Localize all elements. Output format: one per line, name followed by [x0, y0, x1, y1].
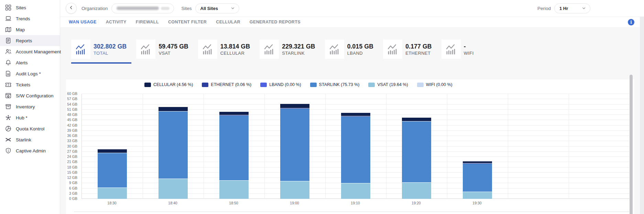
- sidebar-item-label: Starlink: [16, 137, 31, 142]
- legend-swatch: [368, 83, 375, 87]
- tab-activity[interactable]: ACTIVITY: [106, 20, 127, 24]
- legend-item-cellular[interactable]: CELLULAR (4.56 %): [144, 82, 193, 87]
- info-icon[interactable]: i: [628, 19, 634, 25]
- y-tick-label: 27 GB: [64, 149, 77, 153]
- account-management-icon: [5, 49, 11, 55]
- main-content: 302.802 GBTOTAL59.475 GBVSAT13.814 GBCEL…: [60, 27, 644, 214]
- sidebar-item-label: S/W Configuration: [16, 93, 54, 98]
- sidebar-item-reports[interactable]: Reports: [0, 35, 60, 46]
- stat-card-total[interactable]: 302.802 GBTOTAL: [71, 40, 131, 64]
- stat-card-value: 13.814 GB: [220, 43, 250, 50]
- stat-card-active-underline: [198, 62, 255, 64]
- bar-segment-vsat: [341, 183, 370, 199]
- legend-label: WIFI (0.00 %): [426, 82, 452, 87]
- stat-card-value: 0.177 GB: [405, 43, 432, 50]
- legend-item-starlink[interactable]: STARLINK (75.73 %): [310, 82, 360, 87]
- bar-segment-cellular: [219, 112, 249, 115]
- sites-icon: [5, 4, 11, 11]
- stat-card-text: 229.321 GBSTARLINK: [282, 43, 320, 56]
- stat-card-tile: [325, 40, 344, 59]
- stat-card-wifi[interactable]: -WIFI: [441, 40, 479, 64]
- stat-card-main: 302.802 GBTOTAL: [71, 40, 131, 59]
- stat-card-cellular[interactable]: 13.814 GBCELLULAR: [198, 40, 255, 64]
- chart-icon: [445, 43, 457, 55]
- stat-card-active-underline: [136, 62, 193, 64]
- bar-segment-cellular: [463, 161, 492, 163]
- stat-card-active-underline: [441, 62, 479, 64]
- organization-redacted-value: [117, 7, 159, 10]
- sidebar-item-s-w-configuration[interactable]: S/W Configuration: [0, 90, 60, 101]
- legend-item-ethernet[interactable]: ETHERNET (0.06 %): [202, 82, 251, 87]
- bar-segment-cellular: [159, 107, 188, 111]
- sites-select[interactable]: All Sites: [195, 3, 239, 13]
- bar-segment-vsat: [98, 188, 127, 199]
- sidebar-item-audit-logs[interactable]: Audit Logs *: [0, 68, 60, 79]
- tab-content-filter[interactable]: CONTENT FILTER: [168, 20, 207, 24]
- sidebar-item-label: Audit Logs *: [16, 71, 41, 76]
- legend-label: ETHERNET (0.06 %): [211, 82, 251, 87]
- stat-card-active-underline: [325, 62, 379, 64]
- sidebar-item-account-management[interactable]: Account Management: [0, 46, 60, 57]
- grid-line: [386, 94, 386, 199]
- stat-card-tile: [71, 40, 90, 59]
- sidebar-item-hub[interactable]: Hub *: [0, 112, 60, 123]
- stat-card-tile: [136, 40, 155, 59]
- sidebar-item-captive-admin[interactable]: Captive Admin: [0, 145, 60, 156]
- sidebar-item-sites[interactable]: Sites: [0, 2, 60, 13]
- back-button[interactable]: [66, 3, 77, 14]
- sidebar-item-quota-kontrol[interactable]: Quota Kontrol: [0, 123, 60, 134]
- hub-icon: [5, 115, 11, 121]
- y-tick-label: 3 GB: [64, 191, 77, 195]
- stat-card-ethernet[interactable]: 0.177 GBETHERNET: [383, 40, 437, 64]
- organization-redacted-suffix: [161, 7, 170, 10]
- organization-select[interactable]: [111, 3, 174, 13]
- chart-card-divider: [74, 212, 629, 212]
- grid-line: [508, 94, 508, 199]
- y-tick-label: 60 GB: [64, 92, 77, 96]
- legend-item-lband[interactable]: LBAND (0.00 %): [260, 82, 301, 87]
- legend-item-vsat[interactable]: VSAT (19.64 %): [368, 82, 408, 87]
- tab-wan-usage[interactable]: WAN USAGE: [69, 20, 97, 24]
- y-tick-label: 51 GB: [64, 107, 77, 111]
- map-icon: [5, 26, 11, 33]
- x-tick-label: 19:20: [404, 201, 428, 205]
- stat-card-text: -WIFI: [464, 43, 479, 56]
- sidebar-item-trends[interactable]: Trends: [0, 13, 60, 24]
- sidebar-item-tickets[interactable]: Tickets: [0, 79, 60, 90]
- tickets-icon: [5, 82, 11, 88]
- y-tick-label: 30 GB: [64, 144, 77, 148]
- tab-firewall[interactable]: FIREWALL: [136, 20, 159, 24]
- stat-card-lband[interactable]: 0.015 GBLBAND: [325, 40, 379, 64]
- stat-card-main: 59.475 GBVSAT: [136, 40, 193, 59]
- stat-card-value: -: [464, 43, 474, 50]
- tab-generated-reports[interactable]: GENERATED REPORTS: [250, 20, 301, 24]
- stat-card-text: 302.802 GBTOTAL: [94, 43, 131, 56]
- legend-swatch: [144, 83, 151, 87]
- tab-cellular[interactable]: CELLULAR: [216, 20, 240, 24]
- chevron-down-icon: [582, 6, 586, 10]
- sidebar-item-map[interactable]: Map: [0, 24, 60, 35]
- period-select[interactable]: 1 Hr: [554, 3, 590, 13]
- inventory-icon: [5, 104, 11, 110]
- sidebar-item-inventory[interactable]: Inventory: [0, 101, 60, 112]
- bar-segment-starlink: [341, 117, 370, 184]
- vertical-scrollbar-thumb[interactable]: [630, 75, 633, 214]
- sidebar-item-starlink[interactable]: Starlink: [0, 134, 60, 145]
- stat-card-label: TOTAL: [94, 51, 127, 56]
- sidebar-item-alerts[interactable]: Alerts: [0, 57, 60, 68]
- stat-card-active-underline: [260, 62, 320, 64]
- stat-card-main: 13.814 GBCELLULAR: [198, 40, 255, 59]
- stat-card-starlink[interactable]: 229.321 GBSTARLINK: [260, 40, 320, 64]
- page-scrollbar-track[interactable]: [640, 17, 644, 214]
- stat-card-vsat[interactable]: 59.475 GBVSAT: [136, 40, 193, 64]
- grid-line: [325, 94, 326, 199]
- stat-card-value: 302.802 GB: [94, 43, 127, 50]
- legend-label: VSAT (19.64 %): [377, 82, 408, 87]
- legend-item-wifi[interactable]: WIFI (0.00 %): [417, 82, 452, 87]
- sidebar-item-label: Inventory: [16, 104, 35, 109]
- bar-segment-starlink: [463, 163, 492, 192]
- sidebar-item-label: Quota Kontrol: [16, 126, 44, 131]
- sidebar-item-label: Trends: [16, 16, 30, 21]
- stat-card-label: WIFI: [464, 51, 474, 56]
- y-tick-label: 15 GB: [64, 170, 77, 174]
